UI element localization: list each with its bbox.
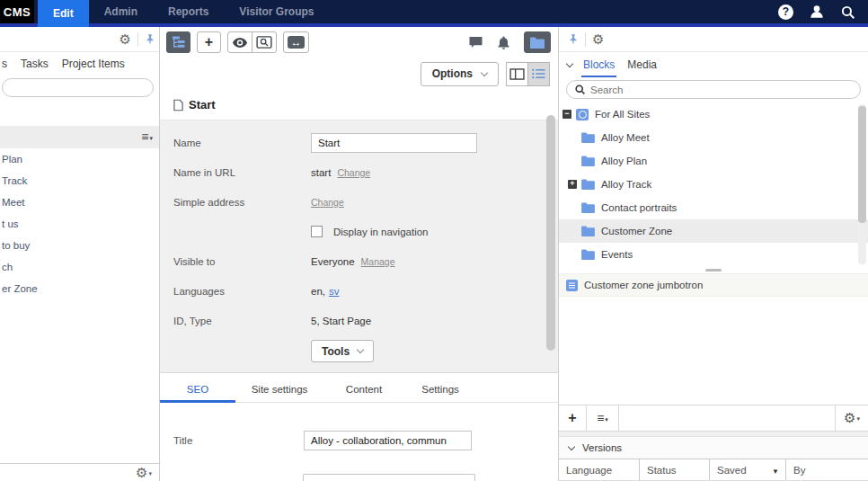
assets-settings-gear-icon[interactable] xyxy=(836,405,868,431)
field-label: Title xyxy=(173,435,304,446)
name-input[interactable] xyxy=(311,133,477,153)
language-sv-link[interactable]: sv xyxy=(329,286,340,297)
add-content-button[interactable] xyxy=(197,31,221,53)
page-tree-item[interactable]: ch xyxy=(0,256,159,278)
tree-item-label: Alloy Meet xyxy=(601,132,650,143)
display-in-navigation-checkbox[interactable] xyxy=(311,226,323,237)
compare-versions-button[interactable] xyxy=(283,31,309,53)
form-row-visible-to: Visible to Everyone Manage xyxy=(173,251,558,272)
navigation-tabs: s Tasks Project Items xyxy=(0,52,159,76)
footer-gear-icon[interactable] xyxy=(136,466,152,480)
visibility-eye-button[interactable] xyxy=(227,31,252,53)
versions-section-header[interactable]: Versions xyxy=(559,437,868,459)
seo-title-input[interactable] xyxy=(304,431,472,450)
sort-dropdown-icon[interactable] xyxy=(772,465,779,476)
column-saved[interactable]: Saved xyxy=(710,459,786,480)
assets-footer-toolbar xyxy=(559,405,868,432)
comments-icon[interactable] xyxy=(468,36,483,49)
property-tab[interactable]: Settings xyxy=(404,377,476,402)
block-options-menu-icon[interactable] xyxy=(587,405,619,431)
page-tree-item[interactable]: Track xyxy=(0,170,159,192)
navigation-tab[interactable]: s xyxy=(2,58,7,70)
page-tree-item[interactable]: Plan xyxy=(0,148,159,170)
list-options-menu-icon[interactable] xyxy=(141,130,153,144)
options-button[interactable]: Options xyxy=(421,62,499,86)
tree-row[interactable]: For All Sites xyxy=(559,102,868,126)
drag-handle-icon xyxy=(705,269,722,272)
settings-gear-icon[interactable] xyxy=(592,32,604,46)
change-url-link[interactable]: Change xyxy=(337,167,370,178)
global-nav-tab[interactable]: Reports xyxy=(153,0,224,23)
manage-visibility-link[interactable]: Manage xyxy=(361,256,395,267)
field-label: Name in URL xyxy=(173,167,311,178)
assets-pane: Blocks Media For All Sites xyxy=(558,27,868,481)
add-block-button[interactable] xyxy=(559,405,587,431)
page-tree-item[interactable]: t us xyxy=(0,213,159,235)
tree-item-label: Alloy Plan xyxy=(601,156,647,166)
page-tree-item[interactable]: er Zone xyxy=(0,278,159,299)
column-status[interactable]: Status xyxy=(640,459,710,480)
assets-tabs: Blocks Media xyxy=(559,52,868,77)
tree-row[interactable]: Alloy Track xyxy=(559,173,868,196)
change-address-link[interactable]: Change xyxy=(311,197,344,208)
property-tab[interactable]: Content xyxy=(323,377,404,402)
property-tab[interactable]: Site settings xyxy=(235,377,323,402)
assets-search-input[interactable] xyxy=(566,80,861,99)
settings-gear-icon[interactable] xyxy=(120,32,131,46)
tree-row[interactable]: Contact portraits xyxy=(559,196,868,219)
next-field-partial[interactable] xyxy=(303,474,475,481)
preview-button[interactable] xyxy=(252,31,277,53)
tree-row[interactable]: Events xyxy=(559,243,868,266)
block-item-label: Customer zone jumbotron xyxy=(584,280,703,290)
tree-item-label: Contact portraits xyxy=(601,202,677,213)
pin-icon[interactable] xyxy=(145,33,155,45)
property-tab[interactable]: SEO xyxy=(160,377,235,402)
versions-title: Versions xyxy=(582,442,622,453)
help-icon[interactable]: ? xyxy=(778,4,793,20)
list-view-button[interactable] xyxy=(527,62,550,86)
assets-search xyxy=(566,80,861,99)
global-nav-tab[interactable]: Admin xyxy=(89,0,153,23)
collapse-icon[interactable] xyxy=(562,110,571,119)
editor-scrollbar[interactable] xyxy=(546,115,555,351)
column-by[interactable]: By xyxy=(786,459,868,480)
block-list: Customer zone jumbotron xyxy=(559,273,868,297)
page-search-input[interactable] xyxy=(2,78,154,97)
view-mode-group xyxy=(227,31,277,53)
tab-blocks[interactable]: Blocks xyxy=(583,58,615,71)
page-search xyxy=(2,78,154,97)
field-label: Languages xyxy=(173,286,311,297)
visible-to-value: Everyone xyxy=(311,256,355,267)
global-nav-tab[interactable]: Edit xyxy=(38,0,89,27)
tree-row[interactable]: Alloy Plan xyxy=(559,149,868,173)
navigation-tab[interactable]: Tasks xyxy=(21,58,49,70)
navigation-tab[interactable]: Project Items xyxy=(62,58,125,70)
split-view-button[interactable] xyxy=(506,62,528,86)
chevron-down-icon[interactable] xyxy=(566,59,573,67)
tree-row[interactable]: Alloy Meet xyxy=(559,126,868,149)
navigation-spacer xyxy=(0,100,159,126)
toggle-navigation-button[interactable] xyxy=(166,31,190,53)
tree-scrollbar-thumb[interactable] xyxy=(858,106,866,223)
column-language[interactable]: Language xyxy=(559,459,640,480)
field-label: ID, Type xyxy=(173,316,311,326)
editor-options-row: Options xyxy=(160,58,558,90)
toggle-assets-pane-button[interactable] xyxy=(524,31,551,53)
toolbar-separator xyxy=(585,32,586,47)
pin-icon[interactable] xyxy=(568,33,579,45)
user-icon[interactable] xyxy=(809,4,825,20)
search-icon[interactable] xyxy=(840,4,855,20)
pane-resize-handle[interactable] xyxy=(559,267,868,273)
form-row-tools: Tools xyxy=(173,340,558,362)
navigation-pane-footer xyxy=(0,463,159,481)
tab-media[interactable]: Media xyxy=(627,58,657,71)
expand-icon[interactable] xyxy=(568,180,577,189)
versions-table-header: Language Status Saved By xyxy=(559,459,868,481)
page-tree-item[interactable]: Meet xyxy=(0,192,159,213)
page-tree-item[interactable]: to buy xyxy=(0,235,159,256)
tools-button[interactable]: Tools xyxy=(311,340,374,362)
global-nav-tab[interactable]: Visitor Groups xyxy=(224,0,329,23)
tree-row[interactable]: Customer Zone xyxy=(559,219,868,243)
notifications-bell-icon[interactable] xyxy=(497,36,510,49)
block-list-item[interactable]: Customer zone jumbotron xyxy=(559,273,868,297)
